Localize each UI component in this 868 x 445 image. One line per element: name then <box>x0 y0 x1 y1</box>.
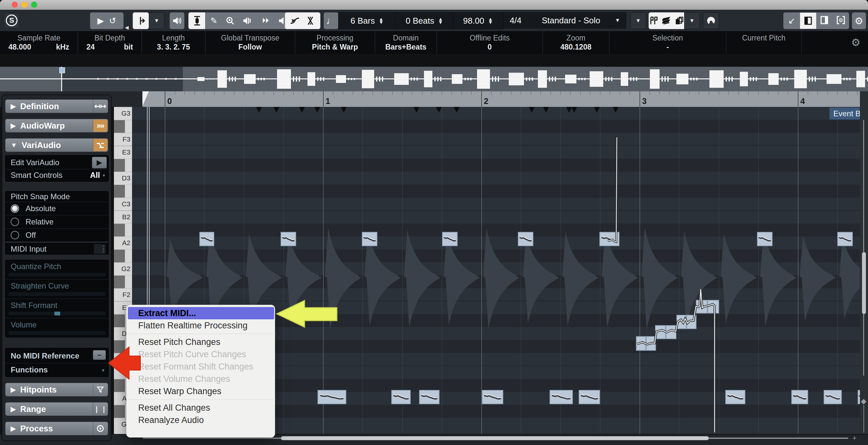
section-variaudio[interactable]: ▼ VariAudio <box>5 138 108 152</box>
vertical-scrollbar-track[interactable] <box>863 120 864 376</box>
pitch-snap-option-off[interactable]: Off <box>5 229 108 242</box>
smart-controls-value[interactable]: All <box>90 171 100 180</box>
tool-select-button[interactable] <box>188 12 206 29</box>
functions-dropdown-icon[interactable]: ▼ <box>101 368 105 373</box>
algorithm-dropdown[interactable]: Standard - Solo ▼ <box>536 12 626 29</box>
vertical-zoom-handle[interactable]: ◆ <box>861 397 866 406</box>
view-options-dropdown[interactable]: ▼ <box>684 12 700 29</box>
process-icon[interactable] <box>93 422 107 435</box>
scrub-tool-icon[interactable] <box>243 17 252 25</box>
piano-key-black[interactable] <box>114 185 125 198</box>
transport-collapse-icon[interactable]: ◀ <box>125 25 129 30</box>
piano-key-black[interactable] <box>114 314 125 327</box>
beats-stepper[interactable]: ▲▼ <box>438 18 443 24</box>
definition-minmax-icon[interactable]: ↤↦ <box>93 100 107 112</box>
tempo-stepper[interactable]: ▲▼ <box>488 18 493 24</box>
horizontal-scrollbar-handle[interactable] <box>281 436 709 440</box>
midi-reference-remove-button[interactable]: – <box>93 350 106 360</box>
range-selection-icon[interactable]: ❘ ❘ <box>93 403 107 415</box>
info-column-zoom[interactable]: Zoom480.1208 <box>543 31 610 54</box>
info-column-bit-depth[interactable]: Bit Depth24 bit <box>78 31 142 54</box>
menu-item-reset-pitch-changes[interactable]: Reset Pitch Changes <box>128 336 274 348</box>
section-definition[interactable]: ▶ Definition ↤↦ <box>5 99 108 113</box>
audition-button[interactable] <box>169 12 184 29</box>
section-audiowarp[interactable]: ▶ AudioWarp »» <box>5 119 108 132</box>
piano-key-white[interactable]: F3 <box>114 133 132 146</box>
timeline-ruler[interactable]: 01234 <box>143 91 860 108</box>
edit-variaudio-button[interactable]: ▶ <box>92 157 107 169</box>
slider-track[interactable] <box>8 292 106 296</box>
vertical-scrollbar-handle[interactable] <box>862 252 866 314</box>
snap-curve-icon[interactable] <box>290 16 300 25</box>
toolbar-setup-button[interactable]: ⚙ <box>852 12 866 29</box>
menu-item-flatten-realtime-processing[interactable]: Flatten Realtime Processing <box>128 319 274 332</box>
play-icon[interactable]: ▶ <box>97 17 104 25</box>
info-column-length[interactable]: Length3. 3. 2. 75 <box>142 31 206 54</box>
piano-key-black[interactable] <box>114 405 125 418</box>
info-column-global-transpose[interactable]: Global TransposeFollow <box>206 31 295 54</box>
info-column-sample-rate[interactable]: Sample Rate48.000 kHz <box>0 31 78 54</box>
minimize-button[interactable] <box>21 2 28 8</box>
info-column-current-pitch[interactable]: Current Pitch <box>726 31 802 54</box>
piano-key-white[interactable]: G3 <box>114 107 132 120</box>
markers-icon[interactable] <box>650 17 658 25</box>
maximize-button[interactable] <box>31 2 37 8</box>
piano-key-black[interactable] <box>114 340 125 353</box>
quantize-note-button[interactable]: ♩ <box>323 12 339 29</box>
setup-zone-icon[interactable]: ⚙ <box>833 16 849 26</box>
piano-key-black[interactable] <box>114 275 125 288</box>
hitpoints-filter-icon[interactable] <box>93 383 107 396</box>
length-beats-field[interactable]: 0 Beats ▲▼ <box>396 12 453 29</box>
piano-key-white[interactable]: G2 <box>114 262 132 275</box>
variaudio-active-icon[interactable] <box>93 139 107 151</box>
menu-item-reanalyze-audio[interactable]: Reanalyze Audio <box>128 414 274 426</box>
infoline-setup-icon[interactable]: ⚙ <box>851 36 861 49</box>
vertical-zoom-slider[interactable] <box>864 405 864 433</box>
piano-key-white[interactable]: C3 <box>114 198 132 210</box>
midi-input-button[interactable] <box>94 244 106 254</box>
pitch-snap-option-absolute[interactable]: Absolute <box>5 202 108 215</box>
menu-item-reset-all-changes[interactable]: Reset All Changes <box>128 402 274 414</box>
bars-stepper[interactable]: ▲▼ <box>379 18 383 24</box>
zoom-tool-icon[interactable] <box>226 17 234 25</box>
menu-item-reset-warp-changes[interactable]: Reset Warp Changes <box>128 385 274 397</box>
radio-unselected-icon[interactable] <box>11 218 19 226</box>
functions-row[interactable]: Functions ▼ <box>5 363 108 376</box>
horizontal-zoom-plus-icon[interactable]: + <box>852 434 857 442</box>
piano-key-white[interactable]: D3 <box>114 172 132 185</box>
section-range[interactable]: ▶ Range ❘ ❘ <box>5 402 108 416</box>
timesig-field[interactable]: 4/4 <box>503 12 535 29</box>
stacked-pages-icon[interactable] <box>675 17 684 25</box>
piano-key-black[interactable] <box>114 224 125 236</box>
color-menu-button[interactable] <box>703 12 719 29</box>
piano-key-white[interactable]: B2 <box>114 210 132 224</box>
autoscroll-button[interactable] <box>133 12 149 29</box>
slider-handle[interactable] <box>54 312 60 316</box>
radio-selected-icon[interactable] <box>11 204 19 213</box>
pitch-snap-option-relative[interactable]: Relative <box>5 215 108 229</box>
slider-track[interactable] <box>8 331 106 335</box>
insert-options-button[interactable]: ▼ <box>630 12 646 29</box>
draw-tool-icon[interactable]: ✎ <box>210 17 217 25</box>
slider-track[interactable] <box>8 272 106 277</box>
left-zone-icon[interactable] <box>800 12 816 29</box>
audiowarp-active-icon[interactable]: »» <box>93 119 107 132</box>
cycle-icon[interactable]: ↻ <box>109 17 116 25</box>
close-button[interactable] <box>12 2 18 8</box>
section-process[interactable]: ▶ Process <box>5 422 108 435</box>
right-zone-icon[interactable] <box>816 16 833 26</box>
info-column-selection[interactable]: Selection- <box>610 31 726 54</box>
piano-key-black[interactable] <box>114 379 125 392</box>
solo-editor-button[interactable]: S <box>4 12 20 28</box>
piano-key-white[interactable]: F2 <box>114 288 132 301</box>
waveform-overview[interactable] <box>0 67 868 91</box>
piano-key-black[interactable] <box>114 120 125 133</box>
piano-key-black[interactable] <box>114 159 125 172</box>
info-column-offline-edits[interactable]: Offline Edits0 <box>437 31 543 54</box>
piano-key-white[interactable]: E3 <box>114 146 132 159</box>
radio-unselected-icon[interactable] <box>11 231 19 239</box>
length-bars-field[interactable]: 6 Bars ▲▼ <box>338 12 396 29</box>
autoscroll-options-button[interactable]: ▼ <box>149 12 164 29</box>
open-in-lower-zone-icon[interactable]: ↙ <box>783 16 800 26</box>
info-column-domain[interactable]: DomainBars+Beats <box>375 31 437 54</box>
